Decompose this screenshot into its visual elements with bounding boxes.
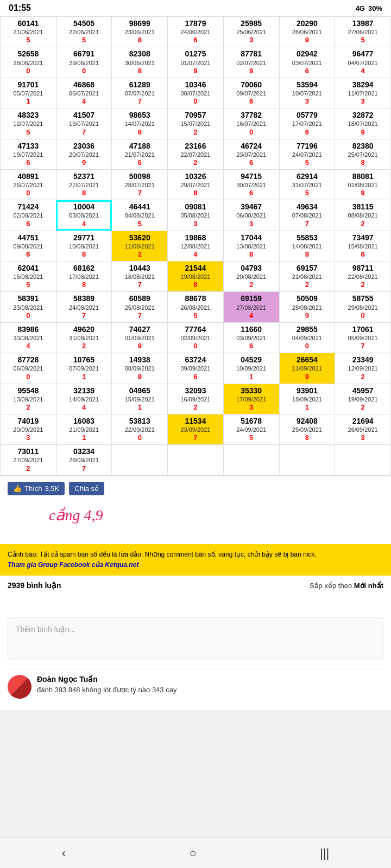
cell-date: 21/09/2021 [58, 426, 111, 433]
table-cell: 1704413/08/20218 [223, 231, 279, 261]
cell-number: 95548 [2, 386, 55, 395]
cell-number: 88678 [169, 293, 222, 303]
table-cell: 5359410/07/20213 [279, 78, 335, 108]
table-cell: 4718821/07/20216 [112, 139, 168, 169]
cell-date: 28/06/2021 [2, 59, 55, 67]
cell-digit: 2 [169, 403, 222, 412]
cell-digit: 6 [169, 373, 222, 382]
table-cell: 8772806/09/20210 [1, 353, 56, 384]
table-cell: 9647704/07/20214 [335, 47, 391, 78]
cell-date: 24/09/2021 [225, 426, 278, 433]
share-button[interactable]: Chia sẻ [69, 482, 104, 495]
cell-number: 58391 [2, 293, 55, 303]
cell-number: 87728 [2, 355, 55, 365]
cell-date: 01/07/2021 [169, 59, 222, 67]
cell-digit: 6 [2, 158, 55, 168]
cell-digit: 2 [336, 373, 389, 382]
cell-digit: 9 [58, 158, 111, 168]
cell-date: 29/08/2021 [336, 304, 389, 311]
cell-date: 13/08/2021 [225, 242, 278, 250]
cell-number: 77764 [169, 324, 222, 334]
table-cell [168, 445, 224, 475]
cell-number: 60141 [2, 18, 55, 28]
home-button[interactable]: ○ [178, 841, 207, 866]
table-cell: 6372409/09/20216 [168, 353, 224, 384]
cell-date: 04/09/2021 [281, 334, 334, 342]
cell-digit: 8 [113, 67, 166, 76]
cell-digit: 7 [113, 189, 166, 198]
table-cell: 4595719/09/20212 [335, 384, 391, 414]
cell-digit: 6 [281, 67, 334, 76]
table-cell: 2169426/09/20213 [335, 414, 391, 444]
cell-number: 38115 [336, 202, 389, 212]
cell-number: 29855 [281, 324, 334, 334]
cell-date: 06/08/2021 [225, 212, 278, 219]
cell-date: 08/09/2021 [113, 365, 166, 372]
cell-date: 10/08/2021 [58, 242, 111, 250]
table-cell: 2029026/06/20219 [279, 17, 335, 47]
cell-date: 22/08/2021 [336, 273, 389, 280]
cell-number: 32872 [336, 110, 389, 120]
cell-number: 98699 [113, 18, 166, 28]
cell-number: 47188 [113, 141, 166, 151]
table-cell: 8398630/08/20214 [1, 322, 56, 353]
table-cell: 1493808/09/20219 [112, 353, 168, 384]
battery-display: 30% [368, 4, 382, 12]
cell-number: 50509 [281, 293, 334, 303]
cell-digit: 6 [113, 158, 166, 168]
cell-date: 25/07/2021 [336, 151, 389, 158]
cell-number: 10443 [113, 263, 166, 273]
cell-number: 03234 [58, 446, 111, 456]
table-cell: 8230830/06/20218 [112, 47, 168, 78]
table-cell: 3213914/09/20214 [56, 384, 112, 414]
like-button[interactable]: 👍 Thích 3,5K [8, 482, 65, 495]
time-display: 01:55 [9, 3, 31, 13]
cell-digit: 7 [113, 280, 166, 290]
cell-number: 09081 [169, 202, 222, 212]
status-icons: 4G 30% [356, 4, 382, 12]
cell-digit: 0 [113, 433, 166, 443]
cell-digit: 5 [336, 36, 389, 45]
cell-date: 05/07/2021 [2, 90, 55, 97]
cell-date: 02/07/2021 [225, 59, 278, 67]
avatar-image [8, 675, 31, 699]
table-cell: 5450522/06/20215 [56, 17, 112, 47]
cell-number: 32093 [169, 386, 222, 395]
cell-digit: 5 [169, 311, 222, 321]
sort-label: Sắp xếp theo [310, 582, 352, 590]
table-cell: 3533017/09/20213 [223, 384, 279, 414]
cell-number: 83986 [2, 324, 55, 334]
cell-digit: 4 [2, 342, 55, 351]
cell-digit: 3 [169, 220, 222, 229]
table-cell: 5362011/08/20212 [112, 231, 168, 261]
table-cell: 5167824/09/20215 [223, 414, 279, 444]
cell-date: 04/07/2021 [336, 59, 389, 67]
cell-date: 21/06/2021 [2, 28, 55, 36]
cell-digit: 8 [169, 189, 222, 198]
cell-date: 31/08/2021 [58, 334, 111, 342]
nav-bar: ‹ ○ ||| [0, 838, 391, 868]
cell-number: 49634 [281, 202, 334, 212]
table-cell: 5838924/08/20217 [56, 292, 112, 322]
cell-number: 39467 [225, 202, 278, 212]
cell-digit: 5 [2, 36, 55, 45]
cell-date: 14/08/2021 [281, 242, 334, 250]
table-cell: 6128907/07/20217 [112, 78, 168, 108]
cell-date: 16/08/2021 [2, 273, 55, 280]
facebook-group-link[interactable]: Tham gia Group Facebook của Ketqua.net [8, 561, 138, 569]
commenter-name: Đoàn Ngọc Tuấn [37, 675, 383, 684]
cell-number: 53620 [113, 233, 166, 242]
cell-number: 73011 [2, 446, 55, 456]
comment-input[interactable]: Thêm bình luận... [8, 617, 383, 660]
back-button[interactable]: ‹ [51, 841, 77, 866]
cell-digit: 0 [336, 311, 389, 321]
cell-date: 20/09/2021 [2, 426, 55, 433]
cell-number: 29771 [58, 233, 111, 242]
cell-digit: 9 [336, 189, 389, 198]
cell-number: 98653 [113, 110, 166, 120]
table-cell [223, 445, 279, 475]
cell-digit: 6 [225, 97, 278, 106]
cell-date: 02/08/2021 [2, 212, 55, 219]
table-cell: 4150713/07/20217 [56, 108, 112, 139]
menu-button[interactable]: ||| [309, 841, 340, 866]
